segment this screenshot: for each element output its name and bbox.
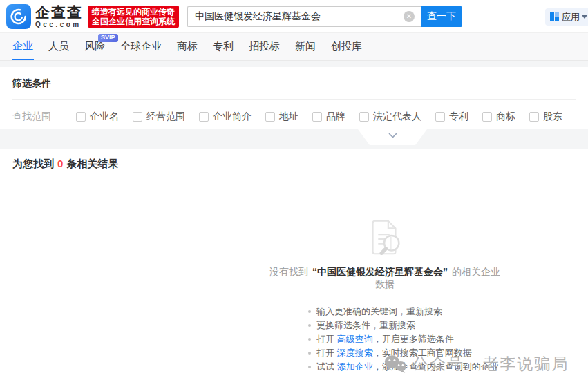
filter-option-label: 法定代表人 — [373, 111, 421, 123]
tab-risk[interactable]: 风险 SVIP — [84, 33, 106, 60]
filter-option-trademark[interactable]: 商标 — [482, 111, 515, 123]
suggestion-item: 更换筛选条件，重新搜索 — [308, 319, 504, 332]
advanced-search-link[interactable]: 高级查询 — [337, 334, 373, 344]
brand-domain: Qcc.com — [35, 21, 83, 28]
deep-search-link[interactable]: 深度搜索 — [337, 348, 373, 358]
checkbox — [265, 112, 275, 122]
filter-row: 查找范围 企业名 经营范围 企业简介 地址 品牌 — [12, 100, 576, 123]
svip-badge: SVIP — [98, 34, 118, 42]
filter-option-label: 品牌 — [326, 111, 345, 123]
wechat-icon — [384, 355, 406, 373]
suggestion-item: 打开 高级查询，开启更多筛选条件 — [308, 332, 504, 346]
filter-option-label: 商标 — [496, 111, 515, 123]
expander-strip — [0, 129, 588, 149]
chevron-down-icon — [582, 15, 587, 19]
filter-option-label: 股东 — [543, 111, 562, 123]
filter-option-label: 地址 — [279, 111, 298, 123]
tab-people[interactable]: 人员 — [48, 33, 70, 60]
checkbox — [529, 112, 539, 122]
qcc-logo[interactable]: 企查查 Qcc.com — [6, 4, 83, 29]
tab-bidding[interactable]: 招投标 — [248, 33, 281, 60]
search-bar: ✕ 查一下 — [187, 6, 462, 27]
empty-state: 没有找到 “中国医健银发经济星辉基金会” 的相关企业数据 输入更准确的关键词，重… — [266, 216, 504, 374]
checkbox — [199, 112, 209, 122]
nav-tabs: 企业 人员 风险 SVIP 全球企业 商标 专利 招投标 新闻 创投库 — [0, 33, 588, 61]
tab-venture[interactable]: 创投库 — [330, 33, 363, 60]
results-count: 0 — [57, 158, 63, 169]
expand-filters-button[interactable] — [358, 129, 427, 145]
header: 企查查 Qcc.com 缔造有远见的商业传奇 全国企业信用查询系统 ✕ 查一下 … — [0, 0, 588, 33]
suggestion-text: 试试 — [316, 361, 337, 372]
apps-button[interactable]: 应用 — [545, 8, 588, 26]
filter-option-label: 经营范围 — [146, 111, 185, 123]
suggestion-text: ，开启更多筛选条件 — [373, 334, 454, 344]
checkbox — [76, 112, 86, 122]
filter-option-shareholder[interactable]: 股东 — [529, 111, 562, 123]
qcc-logo-icon — [6, 4, 31, 29]
tab-patent[interactable]: 专利 — [212, 33, 234, 60]
tab-enterprise[interactable]: 企业 — [12, 33, 34, 60]
document-search-icon — [266, 216, 504, 259]
page: 企查查 Qcc.com 缔造有远见的商业传奇 全国企业信用查询系统 ✕ 查一下 … — [0, 0, 588, 387]
tab-global-enterprise[interactable]: 全球企业 — [120, 33, 162, 60]
watermark-text: 公众号 · 老李说骗局 — [412, 353, 569, 375]
chevron-down-icon — [388, 133, 397, 138]
search-box: ✕ — [187, 6, 421, 27]
results-suffix: 条相关结果 — [66, 158, 118, 169]
checkbox — [312, 112, 322, 122]
checkbox — [359, 112, 369, 122]
suggestion-text: 打开 — [316, 348, 337, 358]
results-heading: 为您找到0条相关结果 — [12, 158, 576, 171]
filter-option-label: 企业名 — [90, 111, 119, 123]
empty-message: 没有找到 “中国医健银发经济星辉基金会” 的相关企业数据 — [266, 266, 504, 291]
spiral-c-icon — [10, 8, 27, 25]
filter-option-business-scope[interactable]: 经营范围 — [133, 111, 185, 123]
tab-news[interactable]: 新闻 — [294, 33, 316, 60]
brand-name: 企查查 — [35, 5, 83, 19]
filter-option-legal-rep[interactable]: 法定代表人 — [359, 111, 421, 123]
scope-label: 查找范围 — [12, 111, 51, 123]
add-company-link[interactable]: 添加企业 — [337, 361, 373, 372]
slogan-banner: 缔造有远见的商业传奇 全国企业信用查询系统 — [88, 6, 179, 28]
tab-trademark[interactable]: 商标 — [176, 33, 198, 60]
checkbox — [435, 112, 445, 122]
filter-option-label: 专利 — [449, 111, 468, 123]
filter-option-brand[interactable]: 品牌 — [312, 111, 345, 123]
apps-button-label: 应用 — [562, 11, 580, 23]
suggestion-text: 输入更准确的关键词，重新搜索 — [316, 306, 442, 317]
filter-option-address[interactable]: 地址 — [265, 111, 298, 123]
empty-message-prefix: 没有找到 — [269, 266, 311, 277]
slogan-line2: 全国企业信用查询系统 — [92, 17, 175, 26]
checkbox — [482, 112, 492, 122]
empty-message-query: “中国医健银发经济星辉基金会” — [312, 266, 448, 277]
suggestion-text: 更换筛选条件，重新搜索 — [316, 320, 415, 330]
filter-title: 筛选条件 — [12, 77, 576, 90]
qcc-logo-text: 企查查 Qcc.com — [35, 5, 83, 28]
filter-option-company-name[interactable]: 企业名 — [76, 111, 119, 123]
search-input[interactable] — [187, 6, 421, 27]
grid-icon — [550, 12, 559, 21]
search-button[interactable]: 查一下 — [421, 6, 462, 27]
results-panel: 为您找到0条相关结果 没有找到 “中国医健银发经济星辉基金会” 的相关企业数据 … — [0, 149, 588, 387]
results-prefix: 为您找到 — [12, 158, 54, 169]
divider — [11, 180, 581, 180]
filter-panel: 筛选条件 查找范围 企业名 经营范围 企业简介 地址 品牌 — [0, 67, 588, 129]
checkbox — [133, 112, 142, 122]
suggestion-item: 输入更准确的关键词，重新搜索 — [308, 305, 504, 319]
suggestion-text: 打开 — [316, 334, 337, 344]
slogan-line1: 缔造有远见的商业传奇 — [92, 7, 175, 17]
filter-option-company-profile[interactable]: 企业简介 — [199, 111, 252, 123]
section-gap — [0, 61, 588, 67]
filter-option-patent[interactable]: 专利 — [435, 111, 468, 123]
watermark: 公众号 · 老李说骗局 — [384, 353, 569, 375]
filter-option-label: 企业简介 — [213, 111, 252, 123]
clear-search-icon[interactable]: ✕ — [404, 11, 415, 22]
